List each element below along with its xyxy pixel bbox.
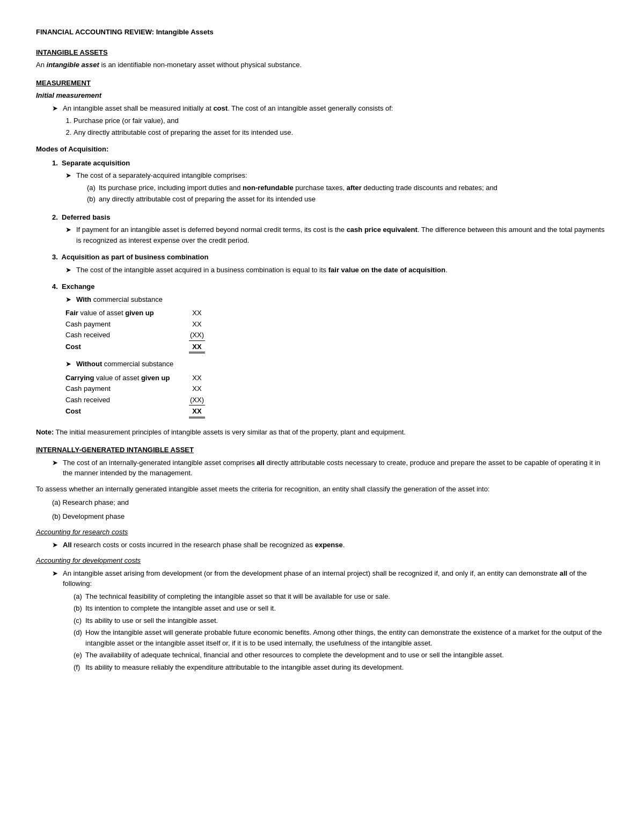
internally-generated-bullet: ➤ The cost of an internally-generated in… — [36, 458, 608, 478]
dev-item-f: (f) Its ability to measure reliably the … — [63, 662, 608, 673]
dev-item-d: (d) How the intangible asset will genera… — [63, 627, 608, 648]
business-combination-header: 3. Acquisition as part of business combi… — [36, 252, 608, 263]
list-item: Purchase price (or fair value), and — [74, 115, 608, 126]
list-item: (b) Development phase — [52, 511, 608, 522]
classification-para: To assess whether an internally generate… — [36, 484, 608, 495]
dev-item-e: (e) The availability of adequate technic… — [63, 650, 608, 661]
table-row: Cash received (XX) — [65, 330, 608, 341]
exchange-header: 4. Exchange — [36, 281, 608, 292]
phases-list: (a) Research phase; and (b) Development … — [36, 497, 608, 521]
arrow-icon: ➤ — [52, 568, 63, 579]
table-row: Fair value of asset given up XX — [65, 308, 608, 318]
separate-acquisition-header: 1. Separate acquisition — [36, 158, 608, 169]
arrow-icon: ➤ — [65, 359, 76, 369]
modes-heading: Modes of Acquisition: — [36, 144, 608, 155]
arrow-icon: ➤ — [52, 458, 63, 468]
development-costs-section: Accounting for development costs ➤ An in… — [36, 555, 608, 673]
separate-sub-b: (b) any directly attributable cost of pr… — [76, 194, 608, 205]
arrow-icon: ➤ — [65, 265, 76, 275]
dev-item-b: (b) Its intention to complete the intang… — [63, 603, 608, 614]
list-item: (a) Research phase; and — [52, 497, 608, 508]
research-costs-heading: Accounting for research costs — [36, 527, 608, 538]
exchange-section: 4. Exchange ➤ With commercial substance … — [36, 281, 608, 418]
intangible-assets-definition: An intangible asset is an identifiable n… — [36, 60, 608, 70]
initial-measurement-bullet: ➤ An intangible asset shall be measured … — [36, 103, 608, 139]
business-combination-section: 3. Acquisition as part of business combi… — [36, 252, 608, 275]
development-costs-heading: Accounting for development costs — [36, 555, 608, 566]
research-costs-section: Accounting for research costs ➤ All rese… — [36, 527, 608, 550]
intangible-assets-heading: INTANGIBLE ASSETS — [36, 47, 608, 58]
deferred-basis-section: 2. Deferred basis ➤ If payment for an in… — [36, 212, 608, 246]
table-row: Cash payment XX — [65, 319, 608, 330]
measurement-heading: MEASUREMENT — [36, 78, 608, 89]
research-costs-bullet: ➤ All research costs or costs incurred i… — [36, 540, 608, 550]
intangible-asset-term: intangible asset — [47, 61, 99, 69]
table-row: Cash payment XX — [65, 383, 608, 394]
modes-section: Modes of Acquisition: 1. Separate acquis… — [36, 144, 608, 418]
initial-measurement-list: Purchase price (or fair value), and Any … — [74, 115, 608, 137]
table-row: Cost XX — [65, 342, 608, 354]
arrow-icon: ➤ — [65, 170, 76, 181]
arrow-icon: ➤ — [52, 540, 63, 550]
intangible-assets-section: INTANGIBLE ASSETS An intangible asset is… — [36, 47, 608, 70]
deferred-basis-header: 2. Deferred basis — [36, 212, 608, 223]
measurement-section: MEASUREMENT Initial measurement ➤ An int… — [36, 78, 608, 418]
table-row: Carrying value of asset given up XX — [65, 373, 608, 383]
arrow-icon: ➤ — [52, 103, 63, 114]
separate-acquisition-bullet: ➤ The cost of a separately-acquired inta… — [36, 170, 608, 206]
initial-measurement-subheading: Initial measurement — [36, 90, 608, 101]
arrow-icon: ➤ — [65, 294, 76, 305]
with-exchange-table: Fair value of asset given up XX Cash pay… — [65, 308, 608, 353]
development-costs-bullet: ➤ An intangible asset arising from devel… — [36, 568, 608, 674]
internally-generated-heading: INTERNALLY-GENERATED INTANGIBLE ASSET — [36, 445, 608, 455]
separate-sub-a: (a) Its purchase price, including import… — [76, 183, 608, 205]
deferred-basis-bullet: ➤ If payment for an intangible asset is … — [36, 224, 608, 245]
page-title: FINANCIAL ACCOUNTING REVIEW: Intangible … — [36, 27, 608, 38]
development-items-list: (a) The technical feasibility of complet… — [63, 591, 608, 673]
note-section: Note: The initial measurement principles… — [36, 427, 608, 438]
business-combination-bullet: ➤ The cost of the intangible asset acqui… — [36, 265, 608, 275]
separate-acquisition-section: 1. Separate acquisition ➤ The cost of a … — [36, 158, 608, 206]
list-item: Any directly attributable cost of prepar… — [74, 127, 608, 138]
arrow-icon: ➤ — [65, 224, 76, 235]
internally-generated-section: INTERNALLY-GENERATED INTANGIBLE ASSET ➤ … — [36, 445, 608, 673]
note-text: Note: The initial measurement principles… — [36, 427, 608, 438]
with-commercial-substance: ➤ With commercial substance — [36, 294, 608, 305]
table-row: Cost XX — [65, 406, 608, 418]
dev-item-a: (a) The technical feasibility of complet… — [63, 591, 608, 602]
dev-item-c: (c) Its ability to use or sell the intan… — [63, 615, 608, 626]
table-row: Cash received (XX) — [65, 395, 608, 406]
without-commercial-substance: ➤ Without commercial substance — [36, 359, 608, 369]
without-exchange-table: Carrying value of asset given up XX Cash… — [65, 373, 608, 418]
initial-measurement-text: An intangible asset shall be measured in… — [63, 103, 608, 139]
